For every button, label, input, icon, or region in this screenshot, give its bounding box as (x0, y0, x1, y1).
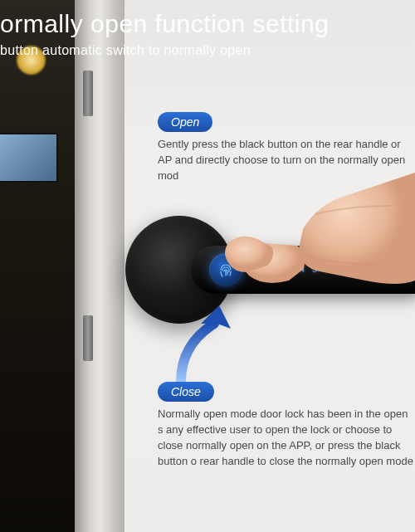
open-label-text: Open (171, 115, 199, 129)
door-frame (75, 0, 124, 532)
keypad: 1 2 3 4 5 6 7 8 9 0 (262, 266, 379, 275)
keypad-digit: 6 (325, 266, 330, 275)
product-infographic: ormally open function setting button aut… (0, 0, 415, 532)
room-background (0, 0, 75, 532)
keypad-digit: 7 (337, 266, 342, 275)
fingerprint-icon (216, 260, 236, 280)
open-description: Gently press the black button on the rea… (158, 137, 415, 184)
close-label-text: Close (171, 385, 201, 398)
header: ormally open function setting button aut… (0, 10, 415, 58)
keypad-digit: 1 (262, 266, 267, 275)
close-description: Normally open mode door lock has been in… (158, 407, 415, 469)
lock-handle: 1 2 3 4 5 6 7 8 9 0 (191, 246, 415, 294)
arrow-up-icon (164, 299, 256, 390)
close-label-pill: Close (158, 382, 214, 402)
keypad-digit: 8 (349, 266, 354, 275)
keypad-digit: 2 (275, 266, 280, 275)
fingerprint-sensor (209, 253, 242, 286)
keypad-digit: 5 (312, 266, 317, 275)
keypad-digit: 0 (374, 266, 379, 275)
door-hinge (83, 71, 93, 116)
page-subtitle: button automatic switch to normally open (0, 43, 415, 58)
keypad-digit: 4 (300, 266, 305, 275)
door-hinge (83, 315, 93, 361)
keypad-digit: 9 (362, 266, 367, 275)
tv-screen (0, 133, 58, 183)
page-title: ormally open function setting (0, 10, 415, 38)
keypad-digit: 3 (287, 266, 292, 275)
open-label-pill: Open (158, 112, 212, 132)
